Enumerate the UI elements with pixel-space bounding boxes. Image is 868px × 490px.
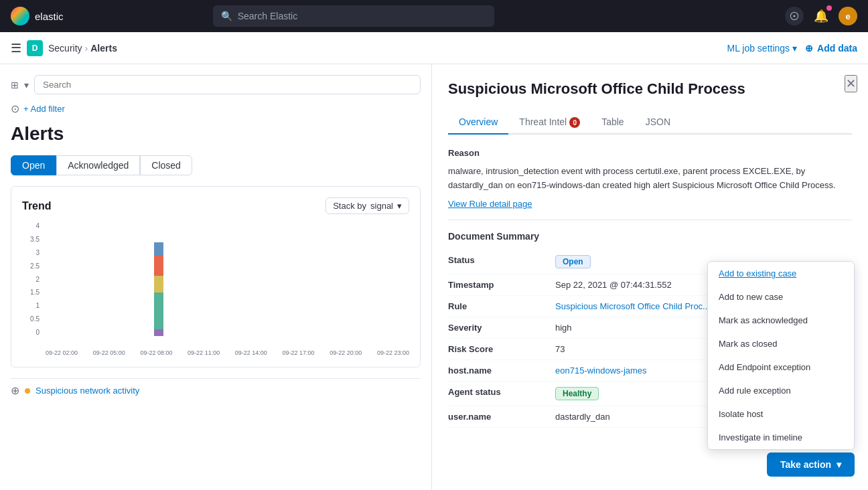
threat-intel-badge: 0	[569, 117, 580, 128]
add-data-button[interactable]: ⊕ Add data	[805, 43, 857, 54]
trend-title: Trend	[22, 200, 52, 212]
top-nav: elastic 🔍 Search Elastic 🔔 e	[0, 0, 868, 32]
tab-open[interactable]: Open	[11, 155, 56, 175]
field-val-severity: high	[555, 323, 572, 333]
field-val-rule[interactable]: Suspicious Microsoft Office Child Proc..…	[555, 301, 710, 311]
settings-icon[interactable]	[785, 7, 804, 25]
x-axis: 09-22 02:00 09-22 05:00 09-22 08:00 09-2…	[46, 349, 409, 356]
dropdown-item-mark-closed[interactable]: Mark as closed	[708, 332, 854, 355]
trend-card: Trend Stack by signal ▾ 4 3.5 3 2.5 2 1.…	[11, 186, 421, 368]
elastic-logo-text: elastic	[35, 11, 64, 22]
take-action-button[interactable]: Take action ▾	[767, 453, 855, 477]
filter-icon[interactable]: ⊞	[11, 80, 19, 90]
bottom-alert: ⊕ Suspicious network activity	[11, 378, 421, 402]
bar-group-8	[366, 222, 409, 336]
add-data-icon: ⊕	[805, 43, 813, 54]
notifications-icon[interactable]: 🔔	[812, 7, 830, 25]
doc-summary-title: Document Summary	[448, 231, 852, 242]
chart-area: 4 3.5 3 2.5 2 1.5 1 0.5 0	[22, 222, 409, 356]
status-tabs: Open Acknowledged Closed	[11, 155, 421, 175]
health-badge: Healthy	[555, 387, 599, 400]
dropdown-item-add-endpoint-exception[interactable]: Add Endpoint exception	[708, 355, 854, 379]
bar-group-4	[183, 222, 226, 336]
ml-settings-button[interactable]: ML job settings ▾	[727, 43, 797, 54]
tab-json[interactable]: JSON	[635, 111, 681, 135]
right-panel: ✕ Suspicious Microsoft Office Child Proc…	[432, 64, 868, 490]
divider	[448, 220, 852, 220]
dropdown-item-isolate-host[interactable]: Isolate host	[708, 402, 854, 426]
bar-group-6	[274, 222, 317, 336]
dropdown-item-add-rule-exception[interactable]: Add rule exception	[708, 379, 854, 402]
field-key-timestamp: Timestamp	[448, 280, 555, 290]
chevron-down-icon: ▾	[397, 201, 402, 211]
dropdown-item-add-new-case[interactable]: Add to new case	[708, 285, 854, 309]
elastic-logo-icon	[11, 7, 29, 25]
dropdown-item-add-existing-case[interactable]: Add to existing case	[708, 262, 854, 285]
breadcrumb-parent[interactable]: Security	[48, 43, 82, 54]
dropdown-item-investigate-timeline[interactable]: Investigate in timeline	[708, 426, 854, 449]
trend-header: Trend Stack by signal ▾	[22, 197, 409, 214]
field-key-rule: Rule	[448, 301, 555, 311]
field-key-agent-status: Agent status	[448, 387, 555, 397]
svg-point-1	[793, 15, 795, 17]
stack-by-button[interactable]: Stack by signal ▾	[326, 197, 409, 214]
alert-link[interactable]: Suspicious network activity	[35, 386, 139, 396]
action-dropdown: Add to existing case Add to new case Mar…	[707, 261, 855, 450]
nav-right-actions: ML job settings ▾ ⊕ Add data	[727, 43, 857, 54]
field-key-status: Status	[448, 255, 555, 265]
field-val-risk: 73	[555, 344, 565, 354]
main-layout: ⊞ ▾ ⊙ + Add filter Alerts Open Acknowled…	[0, 64, 868, 490]
chevron-down-icon: ▾	[792, 43, 797, 54]
tab-threat-intel[interactable]: Threat Intel0	[508, 111, 591, 135]
stack-by-value: signal	[370, 201, 393, 211]
field-val-host[interactable]: eon715-windows-james	[555, 365, 647, 376]
y-axis: 4 3.5 3 2.5 2 1.5 1 0.5 0	[22, 222, 42, 336]
chevron-down-icon: ▾	[837, 459, 841, 470]
bar-group-7	[320, 222, 364, 336]
field-key-username: user.name	[448, 412, 555, 422]
field-val-username: dastardly_dan	[555, 412, 610, 422]
panel-title: Suspicious Microsoft Office Child Proces…	[448, 80, 852, 98]
tab-overview[interactable]: Overview	[448, 111, 508, 135]
tab-closed[interactable]: Closed	[140, 155, 192, 175]
notification-badge	[826, 5, 832, 11]
search-input[interactable]	[34, 75, 421, 94]
reason-text: malware, intrusion_detection event with …	[448, 165, 852, 193]
filter-dropdown-icon[interactable]: ▾	[24, 80, 29, 90]
close-button[interactable]: ✕	[845, 75, 857, 92]
add-filter-button[interactable]: + Add filter	[23, 104, 65, 114]
bar-group-1	[46, 222, 89, 336]
bar-group-2	[91, 222, 135, 336]
add-filter-row: ⊙ + Add filter	[11, 102, 421, 115]
left-panel: ⊞ ▾ ⊙ + Add filter Alerts Open Acknowled…	[0, 64, 432, 490]
field-val-timestamp: Sep 22, 2021 @ 07:44:31.552	[555, 280, 672, 290]
global-search-bar[interactable]: 🔍 Search Elastic	[213, 5, 494, 27]
field-key-risk: Risk Score	[448, 344, 555, 354]
alerts-title: Alerts	[11, 123, 421, 145]
field-key-severity: Severity	[448, 323, 555, 333]
nav-icons: 🔔 e	[785, 7, 857, 25]
secondary-nav: ☰ D Security › Alerts ML job settings ▾ …	[0, 32, 868, 64]
status-badge: Open	[555, 255, 591, 268]
tab-acknowledged[interactable]: Acknowledged	[56, 155, 140, 175]
alert-dot	[25, 388, 30, 394]
chart-bars	[46, 222, 409, 336]
dropdown-item-mark-acknowledged[interactable]: Mark as acknowledged	[708, 309, 854, 332]
elastic-logo[interactable]: elastic	[11, 7, 64, 25]
breadcrumb: Security › Alerts	[48, 43, 117, 54]
take-action-label: Take action	[780, 459, 831, 470]
hamburger-menu[interactable]: ☰	[11, 41, 21, 56]
filter-row: ⊞ ▾	[11, 75, 421, 94]
filter-options-icon[interactable]: ⊙	[11, 102, 19, 115]
tab-table[interactable]: Table	[591, 111, 634, 135]
breadcrumb-current: Alerts	[90, 43, 117, 54]
workspace-badge: D	[27, 40, 43, 56]
field-key-host: host.name	[448, 365, 555, 376]
user-avatar[interactable]: e	[839, 7, 857, 25]
reason-label: Reason	[448, 148, 852, 158]
bar-group-5	[228, 222, 272, 336]
add-alert-icon[interactable]: ⊕	[11, 384, 19, 397]
bar-group-3	[137, 222, 181, 336]
panel-tabs: Overview Threat Intel0 Table JSON	[448, 111, 852, 135]
view-rule-link[interactable]: View Rule detail page	[448, 199, 532, 209]
